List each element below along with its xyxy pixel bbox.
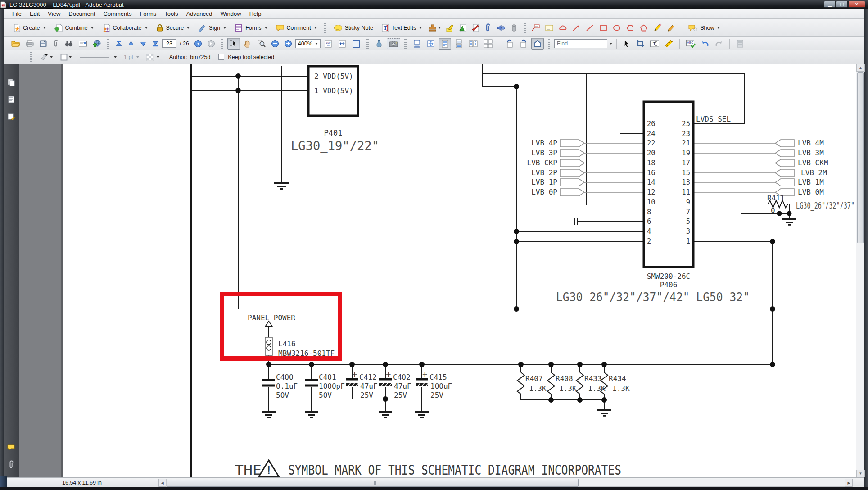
touchup-text-button[interactable]: T bbox=[648, 38, 661, 49]
menu-window[interactable]: Window bbox=[216, 9, 245, 18]
zoom-level-select[interactable]: 400% bbox=[295, 39, 321, 48]
title-bar[interactable]: PDF LG 32LG3000__LD84A.pdf - Adobe Acrob… bbox=[0, 0, 868, 9]
scroll-down-arrow[interactable]: ▼ bbox=[856, 470, 865, 477]
print-button[interactable] bbox=[23, 38, 36, 49]
previous-page-button[interactable] bbox=[126, 39, 136, 49]
comments-panel-button[interactable] bbox=[7, 444, 16, 451]
attachments-panel-button[interactable] bbox=[8, 460, 15, 469]
replace-text-tool-button[interactable] bbox=[470, 22, 481, 34]
upload-web-button[interactable] bbox=[90, 38, 103, 49]
callout-tool-button[interactable] bbox=[529, 23, 542, 33]
menu-advanced[interactable]: Advanced bbox=[182, 9, 217, 18]
menu-view[interactable]: View bbox=[44, 9, 64, 18]
scroll-pages-button[interactable] bbox=[411, 38, 423, 50]
undo-button[interactable] bbox=[699, 38, 711, 49]
menu-comments[interactable]: Comments bbox=[99, 9, 136, 18]
zoom-out-button[interactable] bbox=[269, 38, 281, 49]
fill-color-picker[interactable] bbox=[58, 52, 73, 63]
vertical-scrollbar[interactable]: ▲ ▼ bbox=[856, 64, 864, 477]
line-tool-button[interactable] bbox=[583, 23, 596, 33]
collaborate-button[interactable]: Collaborate bbox=[98, 22, 151, 34]
fit-page-button[interactable] bbox=[350, 38, 362, 50]
pan-zoom-window-button[interactable] bbox=[531, 38, 544, 50]
polygon-tool-button[interactable] bbox=[637, 23, 650, 33]
continuous-view-button[interactable] bbox=[452, 38, 465, 50]
first-page-button[interactable] bbox=[113, 39, 124, 49]
single-page-view-button[interactable] bbox=[439, 38, 451, 50]
rotate-cw-button[interactable] bbox=[517, 38, 530, 50]
two-up-view-button[interactable] bbox=[466, 38, 480, 50]
sign-button[interactable]: Sign bbox=[194, 22, 230, 34]
menu-edit[interactable]: Edit bbox=[26, 9, 44, 18]
measure-tool-button[interactable] bbox=[663, 38, 675, 50]
menu-tools[interactable]: Tools bbox=[160, 9, 182, 18]
vertical-scroll-thumb[interactable] bbox=[857, 72, 864, 243]
attach-file-tool-button[interactable] bbox=[482, 22, 494, 34]
redo-button[interactable] bbox=[713, 38, 725, 49]
menu-help[interactable]: Help bbox=[245, 9, 266, 18]
maximize-button[interactable]: ▢ bbox=[836, 1, 848, 8]
select-tool-button[interactable] bbox=[227, 38, 240, 50]
find-dropdown-caret[interactable] bbox=[610, 43, 612, 45]
pencil-eraser-tool-button[interactable] bbox=[665, 22, 677, 34]
find-input[interactable] bbox=[554, 39, 607, 48]
create-button[interactable]: ★ Create bbox=[8, 22, 50, 34]
save-button[interactable] bbox=[37, 38, 49, 49]
page-number-input[interactable] bbox=[162, 39, 176, 48]
polygon-line-tool-button[interactable] bbox=[624, 23, 637, 33]
rectangle-tool-button[interactable] bbox=[597, 23, 610, 33]
search-button[interactable] bbox=[63, 38, 75, 49]
hscroll-left-arrow[interactable]: ◀ bbox=[158, 479, 166, 487]
fit-visible-button[interactable] bbox=[425, 38, 437, 50]
layers-panel-button[interactable] bbox=[7, 113, 15, 121]
menu-document[interactable]: Document bbox=[64, 9, 99, 18]
email-button[interactable] bbox=[77, 39, 89, 49]
3d-tool-button[interactable] bbox=[373, 38, 385, 50]
page-thumbnails-panel-button[interactable] bbox=[7, 78, 15, 86]
menu-forms[interactable]: Forms bbox=[136, 9, 160, 18]
scroll-up-arrow[interactable]: ▲ bbox=[856, 64, 865, 72]
opacity-picker[interactable] bbox=[145, 52, 161, 62]
show-button[interactable]: Show bbox=[684, 22, 723, 34]
next-view-button[interactable] bbox=[205, 38, 217, 49]
line-style-picker[interactable] bbox=[77, 54, 118, 61]
line-color-picker[interactable] bbox=[38, 52, 54, 63]
bookmarks-panel-button[interactable] bbox=[7, 95, 15, 104]
record-audio-tool-button[interactable] bbox=[495, 22, 507, 34]
forms-button[interactable]: Forms bbox=[231, 22, 271, 34]
attach-audio-tool-button[interactable] bbox=[508, 22, 520, 34]
keep-tool-checkbox[interactable] bbox=[218, 54, 224, 60]
combine-button[interactable]: Combine bbox=[50, 22, 97, 34]
text-edits-button[interactable]: T Text Edits bbox=[378, 22, 425, 34]
attach-button[interactable] bbox=[50, 38, 61, 49]
crop-tool-button[interactable] bbox=[634, 38, 646, 50]
spell-check-button[interactable]: ABC bbox=[684, 38, 697, 50]
previous-view-button[interactable] bbox=[192, 38, 204, 49]
cloud-tool-button[interactable] bbox=[556, 23, 569, 33]
last-page-button[interactable] bbox=[150, 39, 161, 49]
snapshot-tool-button[interactable] bbox=[387, 38, 400, 49]
document-canvas[interactable]: 2 VDD(5V) 1 VDD(5V) P401 LG30_19"/22" 26… bbox=[19, 64, 856, 477]
oval-tool-button[interactable] bbox=[610, 23, 623, 33]
minimize-button[interactable]: ▁ bbox=[824, 1, 836, 8]
rotate-ccw-button[interactable] bbox=[503, 38, 516, 50]
close-button[interactable]: ✕ bbox=[848, 1, 865, 8]
comment-button[interactable]: Comment bbox=[272, 22, 321, 34]
sticky-note-button[interactable]: Sticky Note bbox=[330, 22, 377, 34]
horizontal-scroll-thumb[interactable] bbox=[167, 479, 579, 487]
secure-button[interactable]: Secure bbox=[152, 22, 194, 34]
pencil-tool-button[interactable] bbox=[651, 22, 664, 34]
stamp-tool-button[interactable] bbox=[426, 22, 443, 34]
actual-size-button[interactable]: 100 % bbox=[322, 38, 335, 50]
hand-tool-button[interactable] bbox=[241, 38, 254, 50]
hscroll-right-arrow[interactable]: ▶ bbox=[845, 479, 853, 487]
arrow-tool-button[interactable] bbox=[570, 23, 583, 33]
fit-width-button[interactable] bbox=[336, 38, 348, 50]
open-button[interactable] bbox=[9, 38, 22, 49]
insert-text-tool-button[interactable] bbox=[457, 22, 469, 34]
next-page-button[interactable] bbox=[138, 39, 149, 49]
two-up-continuous-view-button[interactable] bbox=[481, 38, 495, 50]
marquee-zoom-button[interactable] bbox=[255, 38, 268, 50]
line-weight-picker[interactable]: 1 pt bbox=[122, 53, 141, 62]
menu-file[interactable]: File bbox=[8, 9, 26, 18]
